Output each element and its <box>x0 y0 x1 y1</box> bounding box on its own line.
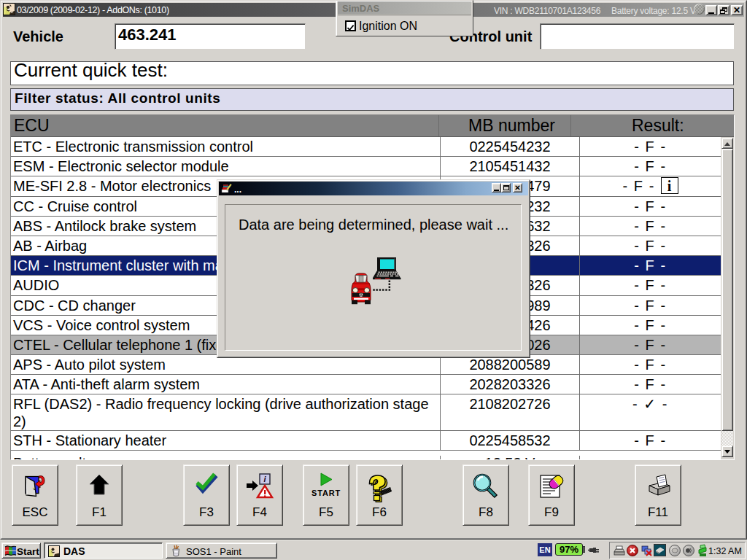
svg-text:START: START <box>311 489 341 497</box>
